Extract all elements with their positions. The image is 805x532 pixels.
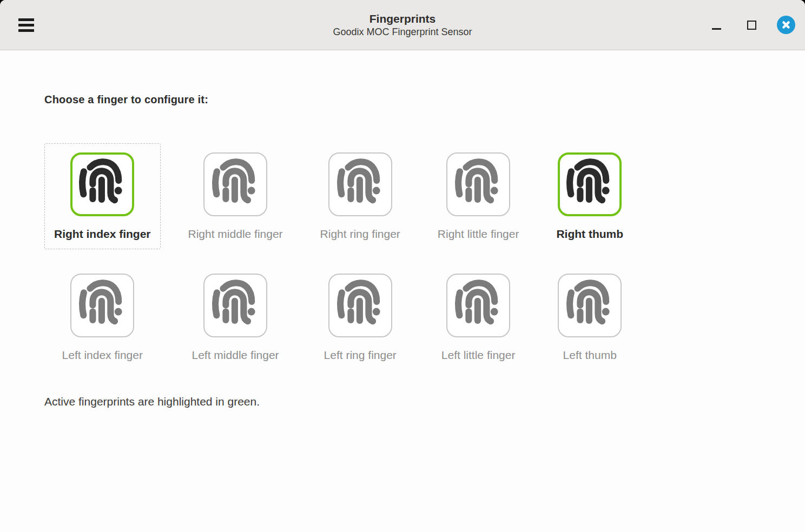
maximize-button[interactable] bbox=[742, 15, 761, 35]
finger-label: Right middle finger bbox=[188, 227, 283, 241]
finger-button-right-index-finger[interactable]: Right index finger bbox=[44, 143, 161, 249]
active-fingerprints-note: Active fingerprints are highlighted in g… bbox=[44, 394, 783, 409]
fingerprint-icon bbox=[72, 276, 132, 335]
window-controls bbox=[707, 15, 795, 35]
finger-button-left-index-finger[interactable]: Left index finger bbox=[52, 264, 153, 370]
finger-button-left-little-finger[interactable]: Left little finger bbox=[432, 264, 525, 370]
finger-label: Left ring finger bbox=[324, 348, 397, 362]
fingerprint-icon bbox=[560, 276, 619, 335]
fingerprint-icon-frame bbox=[558, 152, 622, 216]
fingerprint-icon-frame bbox=[203, 152, 267, 216]
main-content: Choose a finger to configure it: Right i… bbox=[0, 50, 805, 532]
fingerprint-icon bbox=[206, 276, 265, 335]
minimize-icon bbox=[712, 28, 721, 30]
finger-button-right-middle-finger[interactable]: Right middle finger bbox=[179, 143, 293, 249]
finger-label: Right little finger bbox=[438, 227, 519, 241]
page-heading: Choose a finger to configure it: bbox=[44, 92, 783, 107]
menu-button[interactable] bbox=[13, 12, 39, 38]
fingerprint-icon-frame bbox=[203, 274, 267, 337]
fingerprint-icon-frame bbox=[328, 274, 392, 337]
close-icon bbox=[781, 20, 791, 30]
fingerprint-icon bbox=[206, 155, 265, 214]
fingerprint-icon-frame bbox=[70, 152, 134, 216]
fingerprint-icon bbox=[331, 155, 390, 214]
finger-button-left-middle-finger[interactable]: Left middle finger bbox=[182, 264, 289, 370]
finger-label: Right index finger bbox=[54, 227, 151, 241]
fingerprint-icon-frame bbox=[446, 274, 510, 337]
finger-button-left-ring-finger[interactable]: Left ring finger bbox=[314, 264, 406, 370]
fingerprint-icon bbox=[448, 155, 508, 214]
fingerprint-icon-frame bbox=[328, 152, 392, 216]
finger-button-right-thumb[interactable]: Right thumb bbox=[546, 143, 633, 249]
finger-label: Left middle finger bbox=[192, 348, 279, 362]
fingerprint-icon bbox=[560, 155, 619, 214]
fingerprints-window: Fingerprints Goodix MOC Fingerprint Sens… bbox=[0, 0, 805, 532]
close-button[interactable] bbox=[777, 16, 795, 34]
fingerprint-icon-frame bbox=[558, 274, 622, 337]
window-title: Fingerprints bbox=[333, 11, 472, 26]
titlebar: Fingerprints Goodix MOC Fingerprint Sens… bbox=[0, 0, 805, 50]
maximize-icon bbox=[747, 21, 756, 30]
fingerprint-icon bbox=[448, 276, 508, 335]
finger-label: Left index finger bbox=[62, 348, 143, 362]
finger-grid: Right index finger Right middle finger bbox=[44, 143, 783, 370]
fingerprint-icon bbox=[331, 276, 390, 335]
finger-button-right-little-finger[interactable]: Right little finger bbox=[428, 143, 529, 249]
title-block: Fingerprints Goodix MOC Fingerprint Sens… bbox=[333, 11, 472, 38]
hamburger-icon bbox=[18, 18, 34, 32]
fingerprint-icon-frame bbox=[446, 152, 510, 216]
minimize-button[interactable] bbox=[707, 15, 726, 35]
fingerprint-icon-frame bbox=[70, 274, 134, 337]
finger-label: Right thumb bbox=[556, 227, 623, 241]
finger-label: Left little finger bbox=[441, 348, 516, 362]
finger-label: Right ring finger bbox=[320, 227, 400, 241]
finger-button-left-thumb[interactable]: Left thumb bbox=[548, 264, 631, 370]
window-subtitle: Goodix MOC Fingerprint Sensor bbox=[333, 26, 472, 38]
finger-button-right-ring-finger[interactable]: Right ring finger bbox=[311, 143, 410, 249]
fingerprint-icon bbox=[72, 155, 132, 214]
finger-label: Left thumb bbox=[563, 348, 617, 362]
